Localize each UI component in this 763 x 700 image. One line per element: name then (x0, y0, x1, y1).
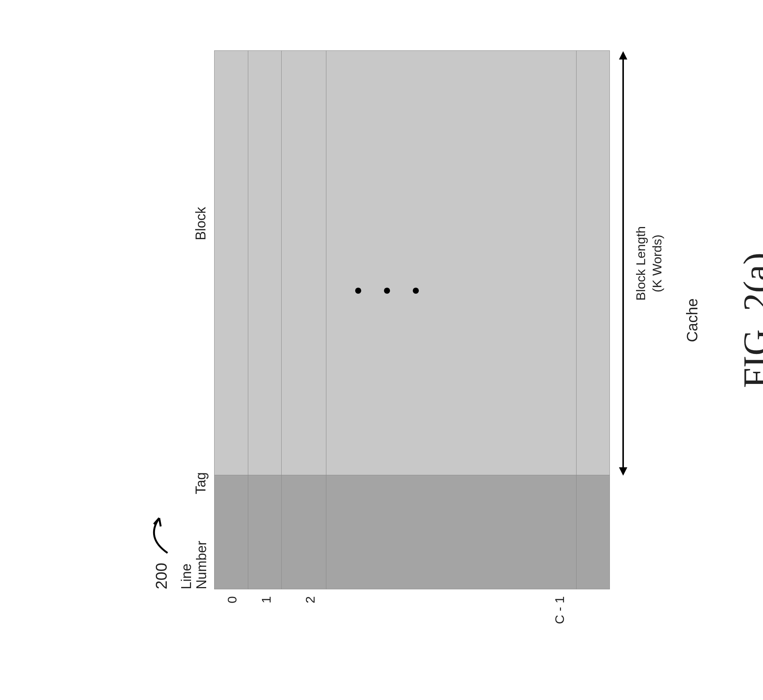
cache-diagram: 200 Line Number Tag Block 0 1 2 C - 1 (148, 21, 763, 589)
figure-caption: FIG. 2(a) (735, 51, 763, 589)
block-cell (215, 51, 248, 475)
tag-cell (215, 475, 248, 589)
svg-marker-1 (619, 467, 627, 476)
header-tag: Tag (193, 426, 209, 540)
tag-cell (576, 475, 609, 589)
page: 200 Line Number Tag Block 0 1 2 C - 1 (0, 0, 763, 700)
row-label-2: 2 (303, 596, 318, 642)
double-arrow-icon (617, 51, 630, 476)
block-length-label-2: (K Words) (649, 51, 665, 476)
header-line-number: Line Number (179, 540, 209, 589)
block-cell (576, 51, 609, 475)
row-label-0: 0 (225, 596, 240, 642)
header-row: Line Number Tag Block (179, 21, 209, 589)
svg-marker-2 (619, 51, 627, 60)
dot-icon (355, 288, 361, 294)
header-block: Block (193, 21, 209, 426)
reference-row: 200 (148, 21, 171, 589)
block-length-arrow-row (617, 51, 630, 589)
dot-icon (384, 288, 390, 294)
tag-cell (326, 475, 576, 589)
reference-arrow-icon (148, 514, 171, 556)
tag-cell (248, 475, 281, 589)
block-length-label-row: Block Length (K Words) (633, 51, 665, 589)
block-length-label-1: Block Length (633, 51, 649, 476)
block-cell (281, 51, 326, 475)
ellipsis-dots-icon (355, 288, 419, 294)
cache-label: Cache (684, 51, 701, 589)
row-label-1: 1 (259, 596, 274, 642)
block-cell (248, 51, 281, 475)
row-label-last: C - 1 (552, 596, 567, 642)
reference-number: 200 (152, 563, 171, 589)
block-column (215, 51, 609, 475)
tag-cell (281, 475, 326, 589)
dot-icon (413, 288, 419, 294)
cache-table (214, 50, 610, 589)
block-cell (326, 51, 576, 475)
tag-column (215, 475, 609, 589)
table-wrap: 0 1 2 C - 1 (214, 21, 610, 589)
